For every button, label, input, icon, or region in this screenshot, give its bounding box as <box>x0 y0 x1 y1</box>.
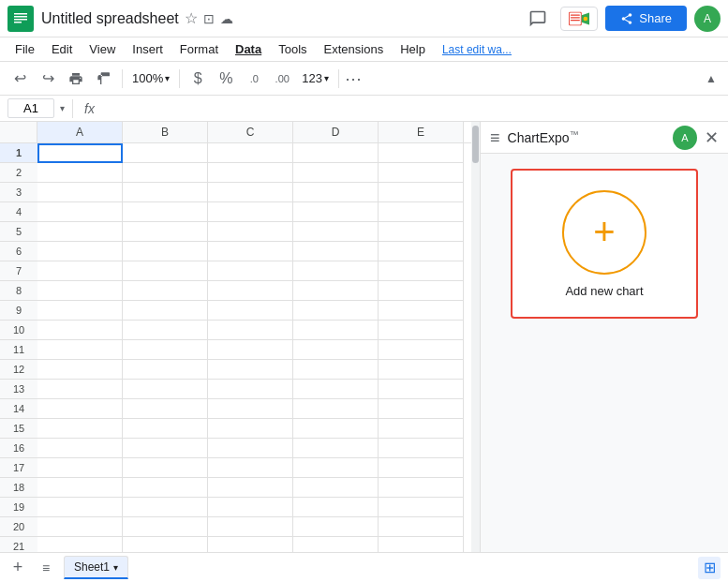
row-num-18[interactable]: 18 <box>0 478 37 498</box>
toolbar-collapse-button[interactable]: ▲ <box>702 69 721 88</box>
cell-A15[interactable] <box>37 419 123 439</box>
cell-D3[interactable] <box>293 183 379 202</box>
cell-C2[interactable] <box>208 163 293 183</box>
cell-E6[interactable] <box>379 242 464 261</box>
cell-A16[interactable] <box>37 439 123 458</box>
expand-button[interactable]: ⊞ <box>698 557 721 579</box>
cell-B12[interactable] <box>123 360 208 380</box>
row-num-15[interactable]: 15 <box>0 419 37 439</box>
percent-button[interactable]: % <box>214 67 238 91</box>
cell-D12[interactable] <box>293 360 379 380</box>
row-num-7[interactable]: 7 <box>0 261 37 281</box>
menu-insert[interactable]: Insert <box>125 39 171 59</box>
cell-B11[interactable] <box>123 340 208 360</box>
cell-C15[interactable] <box>208 419 293 439</box>
cell-B17[interactable] <box>123 458 208 478</box>
cell-B10[interactable] <box>123 321 208 340</box>
add-chart-card[interactable]: + Add new chart <box>511 169 698 319</box>
cell-B1[interactable] <box>123 143 208 163</box>
row-num-12[interactable]: 12 <box>0 360 37 380</box>
cell-A17[interactable] <box>37 458 123 478</box>
cell-E11[interactable] <box>379 340 464 360</box>
cell-D19[interactable] <box>293 498 379 517</box>
cell-D11[interactable] <box>293 340 379 360</box>
cell-A4[interactable] <box>37 202 123 222</box>
cell-C10[interactable] <box>208 321 293 340</box>
print-button[interactable] <box>64 67 88 91</box>
cell-C8[interactable] <box>208 281 293 301</box>
sheet-list-button[interactable]: ≡ <box>36 558 56 578</box>
vertical-scroll-thumb[interactable] <box>472 143 479 163</box>
col-header-c[interactable]: C <box>208 122 293 142</box>
cell-E19[interactable] <box>379 498 464 517</box>
redo-button[interactable]: ↪ <box>36 67 60 91</box>
cell-A19[interactable] <box>37 498 123 517</box>
decimal-increase-button[interactable]: .00 <box>270 67 294 91</box>
col-header-d[interactable]: D <box>293 122 379 142</box>
cell-B5[interactable] <box>123 222 208 242</box>
last-edit-link[interactable]: Last edit wa... <box>442 43 512 56</box>
cell-E15[interactable] <box>379 419 464 439</box>
cell-E4[interactable] <box>379 202 464 222</box>
cell-A18[interactable] <box>37 478 123 498</box>
sheet1-tab[interactable]: Sheet1 ▾ <box>64 556 128 579</box>
comment-button[interactable] <box>523 4 553 34</box>
cell-A14[interactable] <box>37 399 123 419</box>
cell-D10[interactable] <box>293 321 379 340</box>
cell-D18[interactable] <box>293 478 379 498</box>
user-avatar[interactable]: A <box>694 6 721 32</box>
cell-E18[interactable] <box>379 478 464 498</box>
cell-E14[interactable] <box>379 399 464 419</box>
row-num-16[interactable]: 16 <box>0 439 37 458</box>
menu-format[interactable]: Format <box>172 39 226 59</box>
menu-help[interactable]: Help <box>393 39 433 59</box>
menu-extensions[interactable]: Extensions <box>317 39 392 59</box>
cell-C5[interactable] <box>208 222 293 242</box>
cell-E10[interactable] <box>379 321 464 340</box>
spreadsheet-title[interactable]: Untitled spreadsheet <box>41 10 179 27</box>
cell-B13[interactable] <box>123 380 208 399</box>
cell-D9[interactable] <box>293 301 379 321</box>
cell-B14[interactable] <box>123 399 208 419</box>
cell-C21[interactable] <box>208 537 293 552</box>
cell-D5[interactable] <box>293 222 379 242</box>
row-num-19[interactable]: 19 <box>0 498 37 517</box>
cell-E7[interactable] <box>379 261 464 281</box>
cell-C9[interactable] <box>208 301 293 321</box>
undo-button[interactable]: ↩ <box>7 67 32 91</box>
cell-E20[interactable] <box>379 517 464 537</box>
row-num-20[interactable]: 20 <box>0 517 37 537</box>
cell-D8[interactable] <box>293 281 379 301</box>
add-sheet-button[interactable]: + <box>7 558 28 578</box>
cell-E2[interactable] <box>379 163 464 183</box>
cell-C4[interactable] <box>208 202 293 222</box>
cell-E5[interactable] <box>379 222 464 242</box>
row-num-10[interactable]: 10 <box>0 321 37 340</box>
cell-D20[interactable] <box>293 517 379 537</box>
cell-E9[interactable] <box>379 301 464 321</box>
cell-D15[interactable] <box>293 419 379 439</box>
panel-menu-icon[interactable]: ≡ <box>490 129 500 146</box>
cell-B18[interactable] <box>123 478 208 498</box>
cell-C3[interactable] <box>208 183 293 202</box>
cell-D13[interactable] <box>293 380 379 399</box>
cell-B3[interactable] <box>123 183 208 202</box>
cell-E8[interactable] <box>379 281 464 301</box>
row-num-11[interactable]: 11 <box>0 340 37 360</box>
cell-D14[interactable] <box>293 399 379 419</box>
cell-C6[interactable] <box>208 242 293 261</box>
cell-E16[interactable] <box>379 439 464 458</box>
format-selector[interactable]: 123 ▾ <box>298 69 333 87</box>
cell-D2[interactable] <box>293 163 379 183</box>
cell-C20[interactable] <box>208 517 293 537</box>
vertical-scrollbar[interactable] <box>471 143 480 552</box>
google-meet-button[interactable] <box>560 7 598 31</box>
col-header-b[interactable]: B <box>123 122 208 142</box>
cell-B20[interactable] <box>123 517 208 537</box>
row-num-9[interactable]: 9 <box>0 301 37 321</box>
col-header-a[interactable]: A <box>37 122 123 142</box>
menu-view[interactable]: View <box>82 39 123 59</box>
row-num-1[interactable]: 1 <box>0 143 37 163</box>
cell-A6[interactable] <box>37 242 123 261</box>
cell-B6[interactable] <box>123 242 208 261</box>
